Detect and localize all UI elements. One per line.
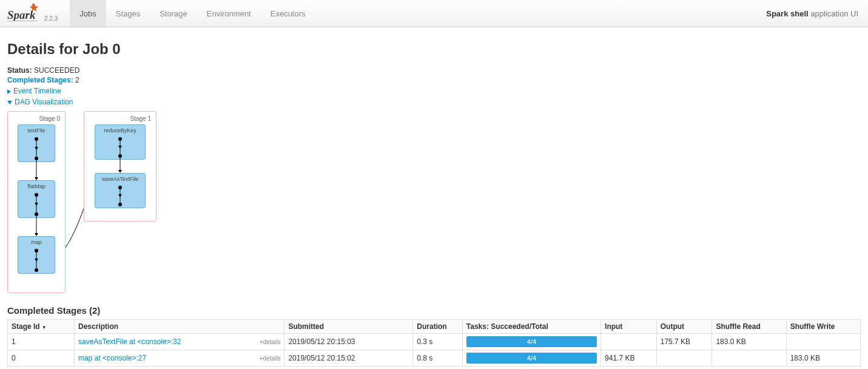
table-row: 1 saveAsTextFile at <console>:32 +detail… <box>8 334 861 350</box>
col-submitted[interactable]: Submitted <box>284 320 413 334</box>
cell-description: map at <console>:27 +details <box>75 350 284 367</box>
dag-rdd-map: map <box>18 236 55 274</box>
dag-stage-1[interactable]: Stage 1 reduceByKey saveAsTextFile <box>84 111 156 222</box>
status-label: Status: <box>7 66 32 75</box>
cell-tasks: 4/4 <box>462 334 601 350</box>
spark-logo-icon: Spark <box>7 3 42 24</box>
stage-description-link[interactable]: saveAsTextFile at <console>:32 <box>78 337 181 346</box>
col-stage-id[interactable]: Stage Id▼ <box>8 320 75 334</box>
svg-text:Spark: Spark <box>7 8 36 21</box>
dag-rdd-textfile-label: textFile <box>18 127 55 134</box>
app-title: Spark shell application UI <box>766 9 861 18</box>
details-link[interactable]: +details <box>260 339 281 345</box>
dag-stage-1-title: Stage 1 <box>89 115 151 122</box>
svg-rect-1 <box>7 21 38 21</box>
tasks-progress-bar: 4/4 <box>466 353 597 364</box>
table-row: 0 map at <console>:27 +details 2019/05/1… <box>8 350 861 367</box>
dag-rdd-reducebykey: reduceByKey <box>95 124 146 160</box>
cell-stage-id: 1 <box>8 334 75 350</box>
nav-tab-jobs[interactable]: Jobs <box>70 0 106 27</box>
tasks-progress-bar: 4/4 <box>466 336 597 347</box>
page-title: Details for Job 0 <box>7 41 861 58</box>
cell-input <box>601 334 657 350</box>
nav-tab-environment[interactable]: Environment <box>197 0 261 27</box>
dag-rdd-flatmap-label: flatMap <box>18 183 55 189</box>
sort-desc-icon: ▼ <box>42 325 47 330</box>
dag-rdd-saveastextfile-label: saveAsTextFile <box>95 176 145 182</box>
dag-visualization: Stage 0 textFile flatMap map Stage 1 <box>7 111 861 293</box>
caret-right-icon <box>7 89 11 94</box>
cell-shuffle-write <box>786 334 860 350</box>
completed-stages-value: 2 <box>75 76 79 84</box>
cell-shuffle-write: 183.0 KB <box>786 350 860 367</box>
cell-tasks: 4/4 <box>462 350 601 367</box>
col-description[interactable]: Description <box>75 320 284 334</box>
completed-stages-label[interactable]: Completed Stages: <box>7 76 73 84</box>
cell-shuffle-read: 183.0 KB <box>712 334 786 350</box>
navbar: Spark 2.2.3 Jobs Stages Storage Environm… <box>0 0 868 27</box>
col-tasks[interactable]: Tasks: Succeeded/Total <box>462 320 601 334</box>
nav-tab-storage[interactable]: Storage <box>150 0 197 27</box>
cell-submitted: 2019/05/12 20:15:03 <box>284 334 413 350</box>
completed-stages-table: Stage Id▼ Description Submitted Duration… <box>7 319 861 367</box>
details-link[interactable]: +details <box>260 355 281 362</box>
dag-stage-0[interactable]: Stage 0 textFile flatMap map <box>7 111 66 293</box>
col-input[interactable]: Input <box>601 320 657 334</box>
col-shuffle-read[interactable]: Shuffle Read <box>712 320 786 334</box>
page-container: Details for Job 0 Status: SUCCEEDED Comp… <box>0 27 868 369</box>
dag-rdd-map-label: map <box>18 239 55 245</box>
col-shuffle-write[interactable]: Shuffle Write <box>786 320 860 334</box>
cell-description: saveAsTextFile at <console>:32 +details <box>75 334 284 350</box>
completed-stages-heading: Completed Stages (2) <box>7 305 861 316</box>
cell-output: 175.7 KB <box>656 334 712 350</box>
col-output[interactable]: Output <box>656 320 712 334</box>
cell-stage-id: 0 <box>8 350 75 367</box>
cell-output <box>656 350 712 367</box>
app-title-bold: Spark shell <box>766 9 808 18</box>
status-line: Status: SUCCEEDED <box>7 66 861 75</box>
dag-visualization-expander[interactable]: DAG Visualization <box>7 98 861 106</box>
dag-rdd-flatmap: flatMap <box>18 180 55 218</box>
cell-input: 941.7 KB <box>601 350 657 367</box>
cell-submitted: 2019/05/12 20:15:02 <box>284 350 413 367</box>
brand[interactable]: Spark 2.2.3 <box>7 3 58 24</box>
dag-stage-0-title: Stage 0 <box>13 115 60 122</box>
cell-shuffle-read <box>712 350 786 367</box>
event-timeline-expander[interactable]: Event Timeline <box>7 87 861 95</box>
app-title-rest: application UI <box>809 9 858 18</box>
nav-tab-executors[interactable]: Executors <box>261 0 315 27</box>
cell-duration: 0.8 s <box>413 350 463 367</box>
nav-tabs: Jobs Stages Storage Environment Executor… <box>70 0 315 27</box>
nav-tab-stages[interactable]: Stages <box>106 0 150 27</box>
event-timeline-label: Event Timeline <box>13 87 61 95</box>
completed-stages-line: Completed Stages: 2 <box>7 76 861 84</box>
col-duration[interactable]: Duration <box>413 320 463 334</box>
caret-down-icon <box>7 101 12 104</box>
dag-rdd-textfile: textFile <box>18 124 55 162</box>
dag-visualization-label: DAG Visualization <box>15 98 73 106</box>
status-value: SUCCEEDED <box>34 66 79 75</box>
stage-description-link[interactable]: map at <console>:27 <box>78 354 146 362</box>
brand-version: 2.2.3 <box>44 15 58 22</box>
cell-duration: 0.3 s <box>413 334 463 350</box>
dag-rdd-reducebykey-label: reduceByKey <box>95 127 145 134</box>
dag-rdd-saveastextfile: saveAsTextFile <box>95 173 146 208</box>
